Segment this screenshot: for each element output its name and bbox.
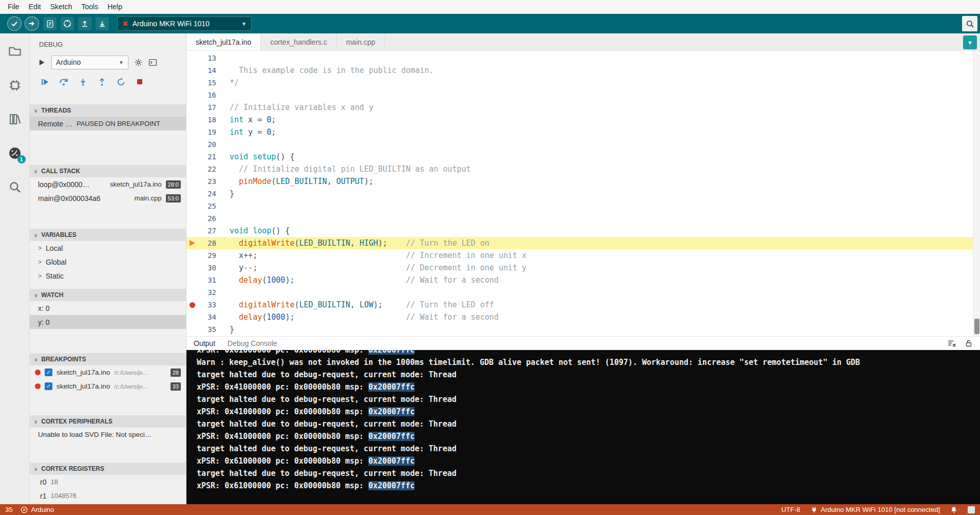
start-debug-button[interactable] xyxy=(38,59,46,66)
serial-monitor-button[interactable] xyxy=(962,16,977,31)
output-console[interactable]: xPSR: 0x61000000 pc: 0x00000b80 msp: 0x2… xyxy=(186,350,980,504)
gutter[interactable]: 22 xyxy=(186,163,216,175)
menu-edit[interactable]: Edit xyxy=(24,3,46,11)
code-line[interactable]: 22 // Initialize digital pin LED_BUILTIN… xyxy=(186,163,980,175)
code-line[interactable]: 31 delay(1000); // Wait for a second xyxy=(186,274,980,286)
notifications-bell-icon[interactable] xyxy=(950,506,957,513)
watch-expression-row[interactable]: x: 0 xyxy=(30,301,186,315)
step-into-button[interactable] xyxy=(78,77,87,86)
threads-header[interactable]: ∨THREADS xyxy=(30,104,186,117)
scrollbar-thumb[interactable] xyxy=(974,319,979,334)
code-line[interactable]: 21void setup() { xyxy=(186,151,980,163)
gutter[interactable]: 25 xyxy=(186,200,216,212)
export-binary-button[interactable] xyxy=(78,17,91,30)
sidebar-item-sketchbook[interactable] xyxy=(7,44,23,59)
code-line[interactable]: 26 xyxy=(186,212,980,225)
import-binary-button[interactable] xyxy=(96,17,109,30)
board-selector-dropdown[interactable]: ✕ Arduino MKR WiFi 1010 ▼ xyxy=(117,16,252,31)
debug-console-icon[interactable] xyxy=(148,58,157,67)
code-line[interactable]: 30 y--; // Decrement in one unit y xyxy=(186,262,980,274)
restart-button[interactable] xyxy=(116,77,125,86)
clear-output-icon[interactable] xyxy=(947,339,956,348)
gutter[interactable]: 20 xyxy=(186,138,216,151)
code-line[interactable]: 20 xyxy=(186,138,980,151)
breakpoint-checkbox[interactable]: ✓ xyxy=(45,382,52,390)
goto-line-indicator[interactable]: 35 xyxy=(5,506,12,513)
register-row[interactable]: r0 18 xyxy=(30,475,186,489)
editor-actions-dropdown[interactable]: ▼ xyxy=(963,35,977,49)
code-line[interactable]: 27void loop() { xyxy=(186,225,980,237)
code-line[interactable]: 32 xyxy=(186,286,980,299)
remote-sketchbook-button[interactable] xyxy=(61,17,74,30)
code-line[interactable]: 15*/ xyxy=(186,77,980,89)
menu-tools[interactable]: Tools xyxy=(77,3,103,11)
variables-scope-local[interactable]: >Local xyxy=(30,241,186,255)
code-line[interactable]: 16 xyxy=(186,89,980,101)
gutter[interactable]: 13 xyxy=(186,52,216,64)
gutter[interactable]: 17 xyxy=(186,101,216,114)
stop-button[interactable] xyxy=(135,77,144,86)
code-line[interactable]: 34 delay(1000); // Wait for a second xyxy=(186,311,980,323)
menu-sketch[interactable]: Sketch xyxy=(46,3,77,11)
code-line[interactable]: 17// Initialize variables x and y xyxy=(186,101,980,114)
step-over-button[interactable] xyxy=(59,77,68,86)
board-connection-status[interactable]: Arduino MKR WiFi 1010 [not connected] xyxy=(811,506,940,513)
gutter[interactable]: 18 xyxy=(186,114,216,126)
breakpoint-row[interactable]: ✓ sketch_jul17a.ino /c:/Users/jo… 28 xyxy=(30,365,186,379)
code-line[interactable]: 28 digitalWrite(LED_BUILTIN, HIGH); // T… xyxy=(186,237,980,249)
breakpoint-row[interactable]: ✓ sketch_jul17a.ino /c:/Users/jo… 33 xyxy=(30,379,186,393)
gutter[interactable]: 35 xyxy=(186,323,216,336)
gutter[interactable]: 29 xyxy=(186,249,216,262)
verify-button[interactable] xyxy=(7,16,22,31)
gutter[interactable]: 19 xyxy=(186,126,216,138)
tab-main-cpp[interactable]: main.cpp xyxy=(337,33,385,50)
gear-icon[interactable] xyxy=(134,58,143,67)
code-line[interactable]: 25 xyxy=(186,200,980,212)
variables-scope-static[interactable]: >Static xyxy=(30,269,186,283)
gutter[interactable]: 34 xyxy=(186,311,216,323)
gutter[interactable]: 30 xyxy=(186,262,216,274)
gutter[interactable]: 16 xyxy=(186,89,216,101)
variables-scope-global[interactable]: >Global xyxy=(30,255,186,269)
code-line[interactable]: 24} xyxy=(186,188,980,200)
tab-cortex-handlers[interactable]: cortex_handlers.c xyxy=(261,33,337,50)
tab-sketch-ino[interactable]: sketch_jul17a.ino xyxy=(186,33,261,50)
debug-button[interactable] xyxy=(43,17,56,30)
menu-help[interactable]: Help xyxy=(103,3,127,11)
encoding-indicator[interactable]: UTF-8 xyxy=(781,506,800,513)
thread-row[interactable]: Remote … PAUSED ON BREAKPOINT xyxy=(30,117,186,131)
sidebar-item-search[interactable] xyxy=(7,179,23,195)
code-line[interactable]: 23 pinMode(LED_BUILTIN, OUTPUT); xyxy=(186,175,980,188)
menu-file[interactable]: File xyxy=(3,3,24,11)
code-editor[interactable]: 1314 This example code is in the public … xyxy=(186,51,980,336)
gutter[interactable]: 14 xyxy=(186,64,216,77)
gutter[interactable]: 21 xyxy=(186,151,216,163)
gutter[interactable]: 31 xyxy=(186,274,216,286)
code-line[interactable]: 18int x = 0; xyxy=(186,114,980,126)
call-stack-header[interactable]: ∨CALL STACK xyxy=(30,165,186,177)
gutter[interactable]: 23 xyxy=(186,175,216,188)
panel-toggle-icon[interactable] xyxy=(968,506,975,513)
code-line[interactable]: 14 This example code is in the public do… xyxy=(186,64,980,77)
watch-expression-row[interactable]: y: 0 xyxy=(30,315,186,329)
gutter[interactable]: 28 xyxy=(186,237,216,249)
gutter[interactable]: 24 xyxy=(186,188,216,200)
tab-debug-console[interactable]: Debug Console xyxy=(228,339,277,347)
register-row[interactable]: r1 1048576 xyxy=(30,489,186,503)
gutter[interactable]: 26 xyxy=(186,212,216,225)
watch-header[interactable]: ∨WATCH xyxy=(30,289,186,301)
cortex-registers-header[interactable]: ∨CORTEX REGISTERS xyxy=(30,463,186,475)
variables-header[interactable]: ∨VARIABLES xyxy=(30,229,186,241)
sidebar-item-library-manager[interactable] xyxy=(7,112,23,127)
step-out-button[interactable] xyxy=(97,77,106,86)
code-line[interactable]: 35} xyxy=(186,323,980,336)
sidebar-item-boards-manager[interactable] xyxy=(7,78,23,93)
code-line[interactable]: 33 digitalWrite(LED_BUILTIN, LOW); // Tu… xyxy=(186,299,980,311)
code-line[interactable]: 13 xyxy=(186,52,980,64)
gutter[interactable]: 32 xyxy=(186,286,216,299)
breakpoints-header[interactable]: ∨BREAKPOINTS xyxy=(30,353,186,365)
continue-button[interactable] xyxy=(40,77,49,86)
code-line[interactable]: 19int y = 0; xyxy=(186,126,980,138)
cortex-peripherals-header[interactable]: ∨CORTEX PERIPHERALS xyxy=(30,415,186,428)
code-line[interactable]: 29 x++; // Increment in one unit x xyxy=(186,249,980,262)
